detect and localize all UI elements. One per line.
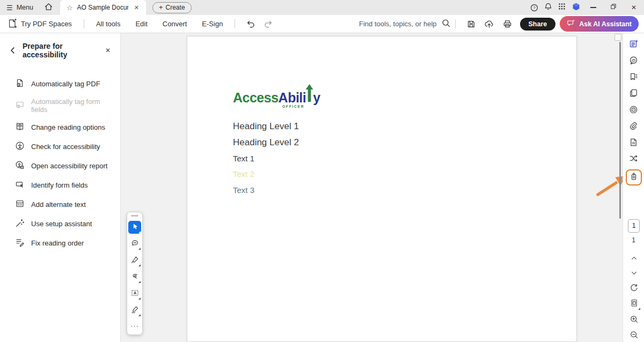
- close-window-button[interactable]: ✕: [624, 0, 644, 15]
- zoom-out-button[interactable]: [627, 329, 640, 342]
- vertical-scrollbar[interactable]: [619, 42, 621, 219]
- menu-button[interactable]: ☰ Menu: [0, 0, 40, 15]
- undo-button[interactable]: [244, 18, 257, 31]
- nav-all-tools[interactable]: All tools: [89, 20, 128, 28]
- panel-item-label: Identify form fields: [31, 181, 88, 189]
- page-thumbnails-button[interactable]: [627, 88, 640, 101]
- panel-item-auto-tag-form-fields: Automatically tag form fields: [0, 93, 120, 117]
- content-panel-button[interactable]: [627, 137, 640, 150]
- fix-reading-order-icon: [15, 237, 25, 249]
- order-panel-button[interactable]: [627, 153, 640, 166]
- nav-edit[interactable]: Edit: [128, 20, 155, 28]
- minimize-button[interactable]: [583, 0, 603, 15]
- more-tools-button[interactable]: ···: [130, 322, 139, 330]
- share-button[interactable]: Share: [520, 18, 556, 31]
- toolbar-drag-handle[interactable]: [131, 215, 138, 217]
- doc-text-3: Text 3: [233, 185, 254, 195]
- panel-title: Prepare for accessibility: [23, 42, 103, 59]
- panel-item-use-setup-assistant[interactable]: Use setup assistant: [0, 214, 120, 233]
- ai-chat-icon: [567, 19, 575, 29]
- plus-icon: +: [159, 5, 163, 10]
- panel-item-change-reading-options[interactable]: Change reading options: [0, 117, 120, 137]
- grid-icon: [558, 2, 566, 13]
- divider: [84, 19, 84, 28]
- bookmarks-panel-button[interactable]: [627, 71, 640, 84]
- create-label: Create: [166, 4, 185, 11]
- draw-tool-button[interactable]: [128, 271, 141, 284]
- bell-icon: [544, 2, 553, 13]
- at-comment-icon: @: [628, 55, 639, 68]
- zoom-in-icon: [630, 315, 639, 326]
- accessibility-report-icon: [15, 160, 25, 172]
- ask-ai-label: Ask AI Assistant: [579, 20, 632, 28]
- next-page-button[interactable]: [627, 267, 640, 280]
- setup-assistant-icon: [15, 218, 25, 229]
- apps-grid-button[interactable]: [555, 0, 569, 15]
- tab-close-icon[interactable]: ✕: [133, 3, 141, 12]
- ask-ai-assistant-button[interactable]: Ask AI Assistant: [560, 16, 639, 32]
- letter-a-glyph: A: [133, 291, 136, 295]
- pdf-spaces-icon: [8, 18, 17, 30]
- home-icon: [44, 2, 53, 13]
- redo-button[interactable]: [262, 18, 275, 31]
- home-button[interactable]: [40, 0, 58, 15]
- try-pdf-spaces-button[interactable]: Try PDF Spaces: [0, 18, 79, 30]
- print-button[interactable]: [500, 17, 516, 31]
- attachments-panel-button[interactable]: [627, 121, 640, 133]
- doc-text-2: Text 2: [233, 169, 254, 179]
- select-tool-button[interactable]: [128, 221, 141, 234]
- creative-cloud-button[interactable]: [569, 0, 583, 15]
- main-toolbar: Try PDF Spaces All tools Edit Convert E-…: [0, 15, 644, 33]
- nav-esign[interactable]: E-Sign: [194, 20, 230, 28]
- fit-page-icon: [630, 299, 639, 310]
- cloud-upload-button[interactable]: [481, 17, 497, 31]
- panel-close-button[interactable]: ✕: [103, 46, 113, 55]
- annotation-arrow: [596, 172, 623, 198]
- paperclip-icon: [628, 121, 639, 133]
- panel-item-fix-reading-order[interactable]: Fix reading order: [0, 233, 120, 252]
- nav-convert[interactable]: Convert: [155, 20, 195, 28]
- rotate-page-button[interactable]: [627, 282, 640, 295]
- panel-item-identify-form-fields[interactable]: Identify form fields: [0, 175, 120, 195]
- panel-item-check-accessibility[interactable]: Check for accessibility: [0, 137, 120, 156]
- document-lines-icon: [628, 137, 639, 150]
- panel-back-button[interactable]: [9, 46, 17, 55]
- search-field[interactable]: Find tools, topics, or help: [359, 18, 451, 30]
- close-icon: ✕: [631, 4, 636, 11]
- menu-label: Menu: [17, 4, 33, 11]
- zoom-in-button[interactable]: [627, 314, 640, 326]
- add-text-tool-button[interactable]: A: [128, 287, 141, 300]
- destinations-panel-button[interactable]: [627, 104, 640, 117]
- page-fit-button[interactable]: [627, 298, 640, 310]
- panel-item-auto-tag-pdf[interactable]: Automatically tag PDF: [0, 74, 120, 93]
- auto-tag-form-fields-icon: [15, 100, 25, 111]
- quick-tools-toolbar: A ···: [127, 212, 143, 335]
- doc-heading-2: Heading Level 2: [233, 137, 299, 148]
- maximize-button[interactable]: [603, 0, 624, 15]
- save-button[interactable]: [463, 17, 479, 31]
- previous-page-button[interactable]: [627, 252, 640, 265]
- reading-options-icon: [15, 122, 25, 133]
- panel-item-add-alternate-text[interactable]: Add alternate text: [0, 195, 120, 214]
- identify-form-fields-icon: [15, 180, 25, 191]
- star-icon[interactable]: ☆: [67, 4, 73, 12]
- comment-tool-button[interactable]: [128, 237, 141, 250]
- comments-panel-button[interactable]: @: [627, 55, 640, 68]
- accessibility-tags-button[interactable]: [627, 171, 640, 184]
- ai-summary-panel-button[interactable]: [627, 39, 640, 51]
- titlebar: ☰ Menu ☆ AO Sample Document ✕ + Create ?: [0, 0, 644, 15]
- page-number-input[interactable]: 1: [628, 219, 640, 233]
- create-button[interactable]: + Create: [152, 2, 192, 13]
- highlighter-icon: [130, 255, 140, 266]
- document-tab[interactable]: ☆ AO Sample Document ✕: [60, 0, 146, 15]
- panel-item-open-accessibility-report[interactable]: Open accessibility report: [0, 156, 120, 175]
- highlight-tool-button[interactable]: [128, 254, 141, 267]
- panel-item-label: Open accessibility report: [31, 162, 107, 170]
- restore-icon: [610, 3, 617, 12]
- doc-text-1: Text 1: [233, 154, 254, 163]
- question-mark: ?: [533, 5, 536, 10]
- scroll-top-button[interactable]: [614, 34, 621, 41]
- help-button[interactable]: ?: [527, 0, 541, 15]
- fill-sign-tool-button[interactable]: [128, 304, 141, 317]
- notifications-button[interactable]: [541, 0, 555, 15]
